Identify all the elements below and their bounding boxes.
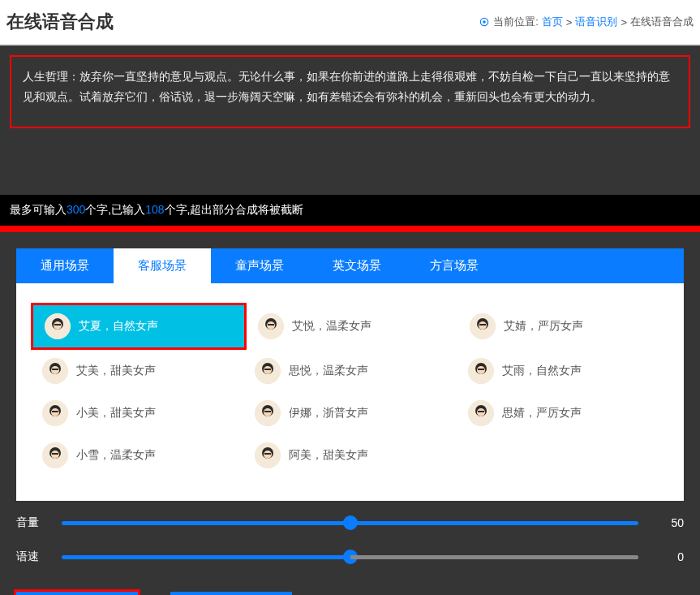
svg-rect-17: [52, 369, 58, 370]
voice-option-xiaoxue[interactable]: 小雪，温柔女声: [31, 434, 243, 476]
avatar-icon: [470, 313, 496, 339]
voice-option-yina[interactable]: 伊娜，浙普女声: [243, 392, 456, 434]
voice-label: 艾夏，自然女声: [79, 319, 158, 334]
tab-general[interactable]: 通用场景: [16, 248, 114, 283]
voice-option-aixia[interactable]: 艾夏，自然女声: [31, 303, 247, 350]
avatar-icon: [42, 358, 68, 384]
voice-label: 阿美，甜美女声: [289, 448, 368, 463]
avatar-icon: [255, 400, 281, 426]
avatar-icon: [258, 313, 284, 339]
breadcrumb: 当前位置: 首页 > 语音识别 > 在线语音合成: [479, 15, 694, 29]
speed-slider[interactable]: [62, 555, 638, 559]
svg-rect-45: [264, 453, 271, 455]
voice-label: 艾雨，自然女声: [502, 364, 582, 378]
avatar-icon: [255, 442, 281, 468]
voice-label: 小美，甜美女声: [76, 406, 156, 420]
svg-rect-29: [52, 411, 58, 412]
volume-label: 音量: [16, 515, 49, 530]
pause-button[interactable]: 暂停: [16, 592, 138, 595]
location-icon: [479, 16, 490, 28]
speed-label: 语速: [16, 550, 49, 564]
breadcrumb-speech[interactable]: 语音识别: [575, 15, 617, 29]
speed-value: 0: [651, 550, 684, 563]
avatar-icon: [42, 442, 68, 468]
breadcrumb-home[interactable]: 首页: [542, 15, 563, 29]
tab-dialect[interactable]: 方言场景: [406, 248, 503, 283]
download-button[interactable]: 下载: [170, 592, 292, 595]
speed-thumb[interactable]: [343, 550, 358, 564]
tab-service[interactable]: 客服场景: [114, 248, 211, 283]
avatar-icon: [42, 400, 68, 426]
char-count-status: 最多可输入300个字,已输入108个字,超出部分合成将被截断: [0, 195, 700, 226]
breadcrumb-current: 在线语音合成: [630, 15, 694, 29]
voice-label: 思婧，严厉女声: [502, 406, 582, 420]
svg-rect-25: [478, 369, 484, 370]
breadcrumb-sep: >: [566, 16, 573, 28]
voice-label: 艾悦，温柔女声: [292, 319, 371, 334]
page-title: 在线语音合成: [6, 10, 114, 34]
avatar-icon: [45, 313, 71, 339]
voice-option-amei[interactable]: 阿美，甜美女声: [243, 434, 456, 476]
voice-selection-panel: 艾夏，自然女声 艾悦，温柔女声 艾婧，严厉女声 艾美，甜美女声 思悦，温柔女声: [16, 283, 684, 501]
avatar-icon: [468, 400, 494, 426]
svg-rect-21: [264, 369, 271, 370]
volume-thumb[interactable]: [343, 515, 358, 530]
voice-option-aimei[interactable]: 艾美，甜美女声: [31, 350, 243, 392]
svg-rect-33: [264, 411, 271, 412]
svg-rect-5: [54, 324, 61, 326]
voice-label: 艾婧，严厉女声: [504, 319, 583, 334]
volume-slider[interactable]: [62, 521, 638, 525]
svg-rect-13: [479, 324, 486, 326]
voice-label: 伊娜，浙普女声: [289, 406, 368, 420]
voice-label: 思悦，温柔女声: [289, 364, 368, 378]
tab-english[interactable]: 英文场景: [308, 248, 406, 283]
breadcrumb-label: 当前位置:: [493, 15, 539, 29]
scene-tabs: 通用场景 客服场景 童声场景 英文场景 方言场景: [16, 248, 684, 283]
avatar-icon: [255, 358, 281, 384]
avatar-icon: [468, 358, 494, 384]
volume-value: 50: [651, 516, 684, 529]
voice-option-siyue[interactable]: 思悦，温柔女声: [243, 350, 456, 392]
tab-child[interactable]: 童声场景: [211, 248, 308, 283]
voice-label: 艾美，甜美女声: [76, 364, 156, 378]
breadcrumb-sep: >: [621, 16, 627, 28]
svg-rect-37: [478, 411, 484, 412]
voice-label: 小雪，温柔女声: [76, 448, 156, 463]
svg-rect-41: [52, 453, 58, 455]
svg-point-1: [483, 20, 486, 24]
voice-option-aijing[interactable]: 艾婧，严厉女声: [458, 303, 669, 350]
voice-option-xiaomei[interactable]: 小美，甜美女声: [31, 392, 243, 434]
voice-option-aiyu[interactable]: 艾雨，自然女声: [457, 350, 669, 392]
svg-rect-9: [268, 324, 274, 326]
voice-option-sijing[interactable]: 思婧，严厉女声: [457, 392, 669, 434]
voice-option-aiyue[interactable]: 艾悦，温柔女声: [247, 303, 457, 350]
synthesis-text-input[interactable]: 人生哲理：放弃你一直坚持的意见与观点。无论什么事，如果在你前进的道路上走得很艰难…: [10, 55, 690, 128]
